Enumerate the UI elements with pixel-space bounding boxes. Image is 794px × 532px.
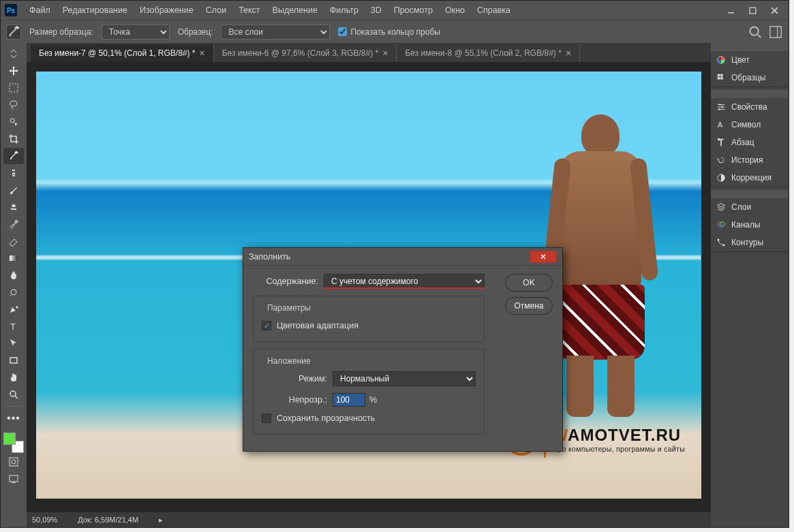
panel-history[interactable]: История [711,151,789,169]
svg-rect-22 [10,458,18,466]
svg-point-17 [11,290,16,295]
tab-doc-1[interactable]: Без имени-7 @ 50,1% (Слой 1, RGB/8#) *× [31,44,214,62]
rectangle-tool[interactable] [3,352,24,369]
window-close[interactable] [764,3,784,17]
show-ring-checkbox[interactable] [338,27,347,36]
menu-type[interactable]: Текст [233,3,265,18]
status-zoom[interactable]: 50,09% [32,516,57,524]
dialog-titlebar[interactable]: Заполнить ✕ [243,248,562,266]
menu-select[interactable]: Выделение [267,3,323,18]
screen-mode-tool[interactable] [3,471,24,487]
tab-close-icon[interactable]: × [566,48,571,59]
panel-paragraph[interactable]: Абзац [711,134,789,151]
adjustments-icon [716,173,726,183]
ok-button[interactable]: OK [505,274,553,292]
type-tool[interactable]: T [3,318,24,334]
color-adapt-row[interactable]: Цветовая адаптация [262,321,476,330]
show-ring-checkbox-wrap[interactable]: Показать кольцо пробы [338,27,440,37]
tab-doc-3[interactable]: Без имени-8 @ 55,1% (Слой 2, RGB/8#) *× [397,44,580,62]
tab-close-icon[interactable]: × [382,48,388,59]
panel-character[interactable]: AСимвол [711,116,789,134]
marquee-tool[interactable] [3,80,24,96]
move-tool[interactable] [3,63,24,79]
sample-size-select[interactable]: Точка [102,25,170,40]
app-window: Ps Файл Редактирование Изображение Слои … [0,0,789,528]
panel-layers[interactable]: Слои [711,198,789,216]
quick-mask-tool[interactable] [3,454,24,470]
search-icon[interactable] [748,25,763,40]
eyedropper-tool[interactable] [3,148,24,164]
lasso-tool[interactable] [3,97,24,113]
tab-doc-2[interactable]: Без имени-6 @ 97,6% (Слой 3, RGB/8#) *× [214,44,397,62]
path-select-tool[interactable] [3,335,24,351]
crop-tool[interactable] [3,131,24,147]
panel-adjustments[interactable]: Коррекция [711,169,789,187]
clone-stamp-tool[interactable] [3,199,24,215]
eraser-tool[interactable] [3,233,24,249]
status-doc-label: Док: [78,516,93,524]
svg-rect-25 [12,482,16,483]
svg-text:A: A [718,121,723,129]
paths-icon [716,238,726,247]
window-maximize[interactable] [742,3,763,17]
workspace-switcher-icon[interactable] [768,25,783,40]
show-ring-label: Показать кольцо пробы [350,27,440,37]
tool-preset-picker[interactable] [6,25,21,40]
opacity-input[interactable] [333,393,365,407]
panel-paths[interactable]: Контуры [711,234,789,251]
status-doc-size: 6,59M/21,4M [95,516,138,524]
svg-rect-19 [10,358,17,363]
panel-dock: Цвет Образцы Свойства AСимвол Абзац Исто… [711,43,789,527]
menu-view[interactable]: Просмотр [388,3,438,18]
blur-tool[interactable] [3,267,24,283]
options-bar: Размер образца: Точка Образец: Все слои … [1,20,789,43]
panel-swatches[interactable]: Образцы [711,69,789,87]
menu-3d[interactable]: 3D [365,3,387,18]
panel-channels[interactable]: Каналы [711,216,789,234]
menu-filter[interactable]: Фильтр [324,3,364,18]
panel-color[interactable]: Цвет [711,51,789,69]
layers-icon [716,202,726,212]
mode-label: Режим: [262,374,327,384]
color-swatches[interactable] [3,433,24,453]
svg-rect-29 [718,77,720,80]
zoom-tool[interactable] [3,386,24,403]
pen-tool[interactable] [3,301,24,317]
quick-select-tool[interactable] [3,114,24,130]
color-wheel-icon [716,55,726,65]
person-figure [553,114,648,435]
window-minimize[interactable] [720,3,741,17]
menu-layer[interactable]: Слои [200,3,232,18]
history-icon [716,155,726,165]
menu-image[interactable]: Изображение [134,3,199,18]
preserve-row[interactable]: Сохранить прозрачность [262,413,476,423]
gradient-tool[interactable] [3,250,24,266]
menu-help[interactable]: Справка [472,3,516,18]
dodge-tool[interactable] [3,284,24,300]
mode-select[interactable]: Нормальный [333,371,476,386]
swatches-icon [716,73,726,82]
menu-window[interactable]: Окно [440,3,470,18]
dialog-close-button[interactable]: ✕ [530,251,557,263]
history-brush-tool[interactable] [3,216,24,232]
edit-toolbar-icon[interactable]: ••• [3,410,24,426]
sample-select[interactable]: Все слои [221,25,330,40]
panel-properties[interactable]: Свойства [711,98,789,116]
hand-tool[interactable] [3,369,24,386]
svg-point-20 [10,391,16,396]
tab-close-icon[interactable]: × [200,48,205,59]
foreground-swatch[interactable] [3,433,16,445]
brush-tool[interactable] [3,182,24,198]
tab-label: Без имени-6 @ 97,6% (Слой 3, RGB/8#) * [222,48,379,58]
healing-brush-tool[interactable] [3,165,24,181]
menu-file[interactable]: Файл [24,3,56,18]
preserve-checkbox[interactable] [262,413,271,423]
content-select[interactable]: С учетом содержимого [324,274,485,289]
tab-label: Без имени-8 @ 55,1% (Слой 2, RGB/8#) * [405,48,562,58]
status-chevron-icon[interactable]: ▸ [159,516,163,525]
menu-edit[interactable]: Редактирование [57,3,133,18]
color-adapt-checkbox[interactable] [262,321,271,330]
sliders-icon [716,102,726,112]
arrange-tools-icon[interactable] [3,46,24,62]
cancel-button[interactable]: Отмена [505,297,553,315]
